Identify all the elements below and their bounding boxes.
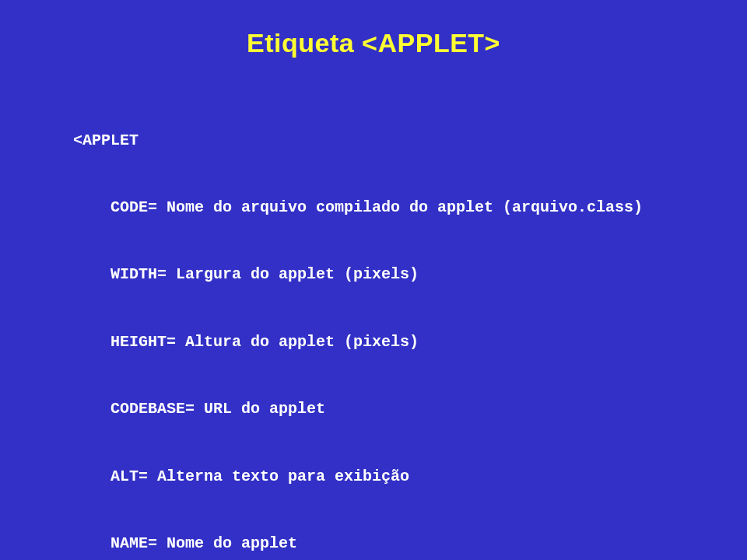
attr-width: WIDTH= Largura do applet (pixels) bbox=[73, 264, 674, 286]
slide: Etiqueta <APPLET> <APPLET CODE= Nome do … bbox=[0, 0, 747, 560]
code-block: <APPLET CODE= Nome do arquivo compilado … bbox=[73, 85, 674, 560]
applet-open-tag: <APPLET bbox=[73, 130, 674, 152]
slide-title: Etiqueta <APPLET> bbox=[73, 28, 674, 58]
attr-code: CODE= Nome do arquivo compilado do apple… bbox=[73, 197, 674, 219]
attr-codebase: CODEBASE= URL do applet bbox=[73, 398, 674, 421]
attr-height: HEIGHT= Altura do applet (pixels) bbox=[73, 331, 674, 354]
attr-alt: ALT= Alterna texto para exibição bbox=[73, 466, 674, 488]
attr-name: NAME= Nome do applet bbox=[73, 533, 674, 555]
